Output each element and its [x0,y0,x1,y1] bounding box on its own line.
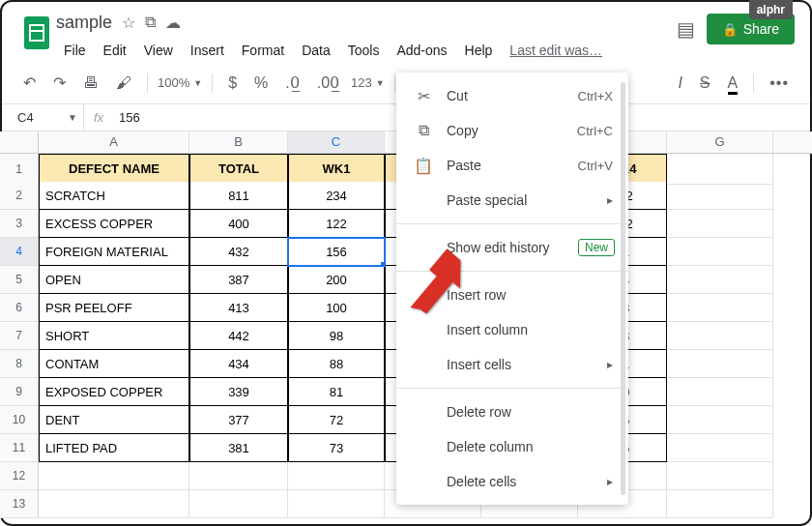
cell-B1[interactable]: TOTAL [189,154,288,185]
ctx-paste-special[interactable]: Paste special▸ [396,183,628,218]
ctx-delete-cells[interactable]: Delete cells▸ [396,464,628,499]
cell-A2[interactable]: SCRATCH [39,182,189,210]
cell-G11[interactable] [667,434,773,462]
cell-C2[interactable]: 234 [288,182,385,210]
cell-C9[interactable]: 81 [288,378,385,406]
row-header[interactable]: 9 [0,378,39,406]
col-header-A[interactable]: A [39,132,189,153]
cell-G12[interactable] [667,462,773,490]
cell-A8[interactable]: CONTAM [39,350,189,378]
cell-A5[interactable]: OPEN [39,266,189,294]
cell-C13[interactable] [288,490,385,518]
row-header[interactable]: 7 [0,322,39,350]
cell-A9[interactable]: EXPOSED COPPER [39,378,189,406]
col-header-G[interactable]: G [667,132,773,153]
cell-B9[interactable]: 339 [189,378,288,406]
cell-G7[interactable] [667,322,773,350]
cell-A11[interactable]: LIFTED PAD [39,434,189,462]
ctx-delete-column[interactable]: Delete column [396,429,628,464]
cell-C3[interactable]: 122 [288,210,385,238]
row-header[interactable]: 11 [0,434,39,462]
cell-A4[interactable]: FOREIGN MATERIAL [39,238,189,266]
cell-B8[interactable]: 434 [189,350,288,378]
cell-A10[interactable]: DENT [39,406,189,434]
row-header[interactable]: 1 [0,154,39,185]
paste-icon: 📋 [412,157,435,175]
cell-C12[interactable] [288,462,385,490]
chevron-right-icon: ▸ [607,358,613,371]
svg-marker-0 [405,248,464,313]
col-header-B[interactable]: B [189,132,288,153]
cell-C4[interactable]: 156 [288,238,385,266]
ctx-copy[interactable]: ⧉ CopyCtrl+C [396,113,628,148]
row-header[interactable]: 10 [0,406,39,434]
cell-G13[interactable] [667,490,773,518]
cell-B12[interactable] [189,462,288,490]
cell-A6[interactable]: PSR PEELOFF [39,294,189,322]
cell-B3[interactable]: 400 [189,210,288,238]
row-header[interactable]: 8 [0,350,39,378]
chevron-right-icon: ▸ [607,475,613,488]
watermark: alphr [749,0,793,19]
cell-A1[interactable]: DEFECT NAME [39,154,189,185]
cell-A3[interactable]: EXCESS COPPER [39,210,189,238]
annotation-arrow [396,246,464,317]
row-header[interactable]: 12 [0,462,39,490]
row-header[interactable]: 3 [0,210,39,238]
row-header[interactable]: 5 [0,266,39,294]
ctx-cut[interactable]: ✂ CutCtrl+X [396,78,628,113]
row-header[interactable]: 2 [0,182,39,210]
cell-G5[interactable] [667,266,773,294]
cell-A12[interactable] [39,462,189,490]
cell-G9[interactable] [667,378,773,406]
ctx-paste[interactable]: 📋 PasteCtrl+V [396,148,628,183]
cell-C5[interactable]: 200 [288,266,385,294]
cell-C6[interactable]: 100 [288,294,385,322]
cell-G6[interactable] [667,294,773,322]
select-all-corner[interactable] [0,132,39,153]
copy-icon: ⧉ [412,122,435,139]
ctx-insert-column[interactable]: Insert column [396,312,628,347]
cell-C11[interactable]: 73 [288,434,385,462]
cell-B5[interactable]: 387 [189,266,288,294]
cell-B6[interactable]: 413 [189,294,288,322]
ctx-delete-row[interactable]: Delete row [396,394,628,429]
cell-C8[interactable]: 88 [288,350,385,378]
cell-B4[interactable]: 432 [189,238,288,266]
col-header-C[interactable]: C [288,132,385,153]
row-header[interactable]: 4 [0,238,39,266]
cell-G8[interactable] [667,350,773,378]
cell-C7[interactable]: 98 [288,322,385,350]
cell-G4[interactable] [667,238,773,266]
cell-G1[interactable] [667,154,773,185]
new-badge: New [578,239,615,256]
cut-icon: ✂ [412,87,435,105]
chevron-right-icon: ▸ [607,193,613,207]
cell-B11[interactable]: 381 [189,434,288,462]
cell-G10[interactable] [667,406,773,434]
cell-B2[interactable]: 811 [189,182,288,210]
cell-G3[interactable] [667,210,773,238]
ctx-insert-cells[interactable]: Insert cells▸ [396,347,628,382]
row-header[interactable]: 6 [0,294,39,322]
cell-B13[interactable] [189,490,288,518]
cell-B7[interactable]: 442 [189,322,288,350]
cell-C1[interactable]: WK1 [288,154,385,185]
cell-A7[interactable]: SHORT [39,322,189,350]
row-header[interactable]: 13 [0,490,39,518]
cell-G2[interactable] [667,182,773,210]
cell-B10[interactable]: 377 [189,406,288,434]
cell-C10[interactable]: 72 [288,406,385,434]
cell-A13[interactable] [39,490,189,518]
